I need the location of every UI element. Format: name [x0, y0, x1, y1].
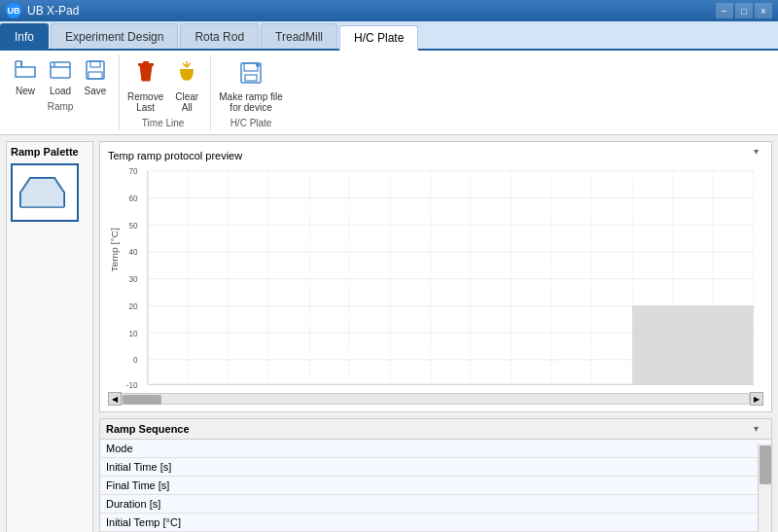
svg-point-9	[256, 63, 260, 67]
svg-rect-1	[87, 61, 104, 79]
scrollbar-thumb[interactable]	[123, 395, 161, 405]
chart-svg: Temp [°C] 70 60 50 40 30 20	[108, 165, 763, 390]
chart-scrollbar[interactable]: ◀ ▶	[108, 392, 763, 406]
svg-rect-7	[244, 63, 258, 71]
svg-text:30: 30	[129, 274, 138, 285]
svg-text:-10: -10	[126, 379, 138, 390]
left-panel: Ramp Palette	[6, 141, 93, 532]
svg-rect-3	[88, 72, 102, 79]
svg-text:50: 50	[129, 220, 138, 231]
tab-rota-rod[interactable]: Rota Rod	[180, 23, 259, 49]
svg-text:40: 40	[129, 247, 138, 258]
remove-last-icon	[134, 59, 158, 89]
svg-text:420: 420	[424, 387, 438, 390]
tab-hc-plate[interactable]: H/C Plate	[339, 25, 418, 51]
title-bar-controls[interactable]: − □ ×	[716, 3, 772, 18]
clear-all-button[interactable]: ClearAll	[171, 56, 202, 116]
svg-text:780: 780	[666, 387, 680, 390]
close-button[interactable]: ×	[755, 3, 772, 18]
timeline-buttons: RemoveLast ClearAll	[124, 56, 202, 116]
svg-rect-8	[245, 75, 257, 81]
svg-text:0: 0	[133, 355, 138, 366]
table-row-initial-temp[interactable]: Initial Temp [°C]	[100, 514, 771, 532]
chart-container: Temp ramp protocol preview ▾ Temp [°C] 7…	[99, 141, 772, 412]
ramp-buttons: New Load	[10, 56, 111, 99]
scrollbar-left-arrow[interactable]: ◀	[108, 392, 122, 406]
toolbar-group-hc-plate: Make ramp filefor device H/C Plate	[211, 54, 295, 130]
svg-text:10: 10	[129, 328, 138, 338]
minimize-button[interactable]: −	[716, 3, 733, 18]
title-bar-title: UB X-Pad	[27, 4, 79, 18]
timeline-group-label: Time Line	[142, 118, 185, 128]
ramp-palette-title: Ramp Palette	[11, 146, 88, 158]
title-bar: UB UB X-Pad − □ ×	[0, 0, 778, 21]
table-scrollbar-thumb[interactable]	[760, 445, 771, 484]
svg-text:60: 60	[129, 193, 138, 203]
save-button[interactable]: Save	[80, 56, 111, 99]
table-row-duration[interactable]: Duration [s]	[100, 495, 771, 514]
ramp-palette-item[interactable]	[11, 163, 79, 222]
chart-area: Temp [°C] 70 60 50 40 30 20	[108, 165, 763, 390]
make-ramp-file-button[interactable]: Make ramp filefor device	[215, 56, 287, 116]
new-button[interactable]: New	[10, 56, 41, 99]
clear-all-icon	[175, 59, 198, 89]
table-corner-button[interactable]: ▾	[754, 423, 767, 437]
app-icon: UB	[6, 3, 21, 18]
new-icon	[14, 59, 37, 84]
tab-info[interactable]: Info	[0, 23, 49, 49]
svg-text:720: 720	[625, 387, 639, 390]
toolbar-group-ramp: New Load	[6, 54, 120, 130]
svg-rect-2	[90, 61, 100, 67]
svg-text:840: 840	[706, 387, 720, 390]
svg-text:360: 360	[383, 387, 397, 390]
svg-text:20: 20	[129, 301, 138, 311]
toolbar: New Load	[0, 51, 778, 135]
svg-text:660: 660	[585, 387, 599, 390]
save-icon	[84, 59, 107, 84]
tab-experiment-design[interactable]: Experiment Design	[51, 23, 178, 49]
svg-text:600: 600	[546, 387, 559, 390]
ramp-group-label: Ramp	[48, 101, 74, 112]
new-label: New	[16, 86, 35, 96]
scrollbar-right-arrow[interactable]: ▶	[750, 392, 763, 406]
svg-text:70: 70	[129, 166, 138, 177]
load-label: Load	[50, 86, 71, 96]
tab-bar: Info Experiment Design Rota Rod TreadMil…	[0, 21, 778, 51]
right-panel: Temp ramp protocol preview ▾ Temp [°C] 7…	[99, 141, 772, 532]
table-scrollbar[interactable]	[758, 443, 771, 532]
load-icon	[49, 59, 72, 84]
make-ramp-icon	[236, 59, 265, 89]
table-title: Ramp Sequence	[100, 419, 771, 440]
tab-treadmill[interactable]: TreadMill	[261, 23, 337, 49]
svg-text:0: 0	[146, 387, 151, 390]
chart-title: Temp ramp protocol preview	[108, 150, 763, 161]
svg-text:480: 480	[464, 387, 477, 390]
table-row-mode[interactable]: Mode	[100, 440, 771, 458]
svg-text:180: 180	[263, 387, 276, 390]
svg-text:540: 540	[505, 387, 518, 390]
svg-rect-0	[51, 62, 70, 78]
svg-text:240: 240	[302, 387, 316, 390]
table-body: Mode Initial Time [s] Final Time [s] Dur…	[100, 440, 771, 532]
title-bar-left: UB UB X-Pad	[6, 3, 79, 18]
svg-rect-66	[632, 305, 754, 384]
svg-rect-5	[143, 61, 149, 64]
scrollbar-track[interactable]	[122, 393, 750, 405]
svg-text:Temp [°C]: Temp [°C]	[110, 228, 120, 272]
make-ramp-label: Make ramp filefor device	[219, 91, 283, 113]
table-container: Ramp Sequence ▾ Mode Initial Time [s] Fi…	[99, 418, 772, 532]
chart-corner-button[interactable]: ▾	[754, 146, 767, 160]
svg-text:60: 60	[184, 387, 193, 390]
svg-text:120: 120	[222, 387, 235, 390]
svg-text:900: 900	[747, 387, 760, 390]
main-content: Ramp Palette Temp ramp protocol preview …	[0, 135, 778, 532]
clear-all-label: ClearAll	[175, 91, 198, 113]
maximize-button[interactable]: □	[735, 3, 753, 18]
load-button[interactable]: Load	[45, 56, 76, 99]
remove-last-button[interactable]: RemoveLast	[124, 56, 167, 116]
svg-text:300: 300	[342, 387, 356, 390]
table-row-final-time[interactable]: Final Time [s]	[100, 477, 771, 495]
remove-last-label: RemoveLast	[127, 91, 163, 113]
table-row-initial-time[interactable]: Initial Time [s]	[100, 458, 771, 477]
save-label: Save	[85, 86, 107, 96]
